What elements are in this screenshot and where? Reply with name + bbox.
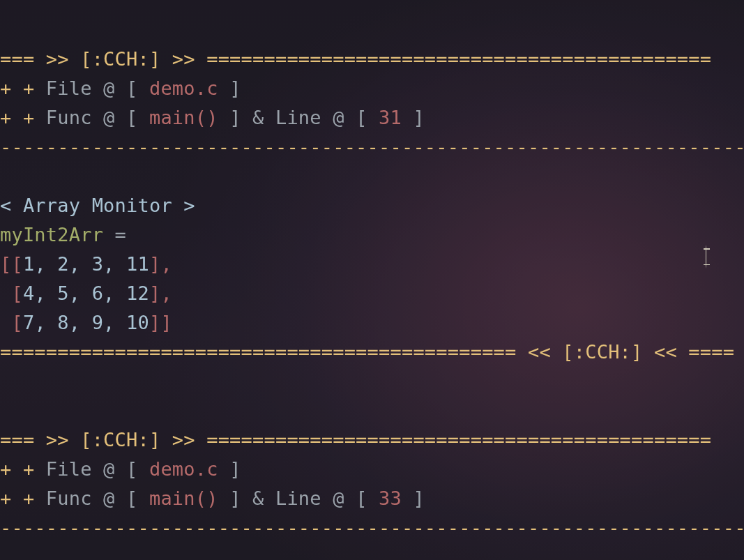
line-close: ] (402, 107, 425, 128)
line-value: 31 (379, 107, 402, 128)
block1-header-close: ========================================… (0, 341, 734, 363)
func-value: main() (149, 107, 218, 128)
block1-header-open: === >> [:CCH:] >> ======================… (0, 48, 711, 70)
file-close: ] (218, 458, 241, 480)
block2-header-open: === >> [:CCH:] >> ======================… (0, 429, 711, 451)
row2-open: [ (0, 312, 23, 333)
row0-nums: 1, 2, 3, 11 (23, 253, 149, 275)
line-value: 33 (379, 487, 402, 509)
func-value: main() (149, 487, 218, 509)
row1-close: ], (149, 282, 172, 304)
row0-open: [[ (0, 253, 23, 275)
func-label: Func @ [ (46, 487, 149, 509)
file-label: File @ [ (46, 77, 149, 99)
dash-sep: ----------------------------------------… (0, 517, 744, 538)
row2-nums: 7, 8, 9, 10 (23, 312, 149, 333)
plus-prefix: + + (0, 77, 46, 99)
file-value: demo.c (149, 77, 218, 99)
dash-sep: ----------------------------------------… (0, 136, 744, 158)
row0-close: ], (149, 253, 172, 275)
section-title: < Array Monitor > (0, 195, 195, 216)
text-cursor-icon (706, 245, 707, 268)
file-value: demo.c (149, 458, 218, 480)
func-mid: ] & Line @ [ (218, 107, 379, 128)
func-mid: ] & Line @ [ (218, 487, 379, 509)
func-label: Func @ [ (46, 107, 149, 128)
var-name: myInt2Arr (0, 224, 103, 245)
plus-prefix: + + (0, 487, 46, 509)
line-close: ] (402, 487, 425, 509)
file-label: File @ [ (46, 458, 149, 480)
plus-prefix: + + (0, 458, 46, 480)
equals: = (103, 224, 126, 245)
row1-open: [ (0, 282, 23, 304)
file-close: ] (218, 77, 241, 99)
row1-nums: 4, 5, 6, 12 (23, 282, 149, 304)
row2-close: ]] (149, 312, 172, 333)
terminal-output[interactable]: === >> [:CCH:] >> ======================… (0, 0, 744, 560)
plus-prefix: + + (0, 107, 46, 128)
